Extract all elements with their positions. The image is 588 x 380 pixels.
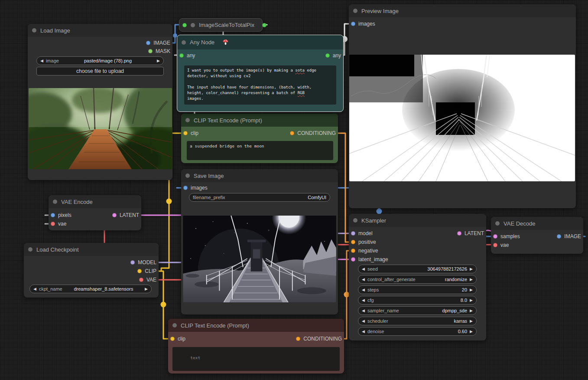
- collapse-dot-icon[interactable]: [53, 200, 57, 204]
- conditioning-slot-dot[interactable]: [351, 240, 355, 244]
- collapse-dot-icon[interactable]: [185, 118, 190, 122]
- node-preview-image[interactable]: Preview Image images: [349, 4, 576, 208]
- sampler-name-widget[interactable]: ◀ sampler_name dpmpp_sde ▶: [358, 306, 477, 315]
- mask-slot-dot[interactable]: [148, 49, 153, 53]
- collapse-dot-icon[interactable]: [172, 323, 177, 328]
- collapse-dot-icon[interactable]: [353, 9, 357, 13]
- prev-arrow-icon[interactable]: ◀: [33, 287, 36, 291]
- scheduler-widget[interactable]: ◀ scheduler karras ▶: [358, 317, 477, 325]
- clip-slot-dot[interactable]: [183, 131, 188, 135]
- next-arrow-icon[interactable]: ▶: [470, 298, 473, 302]
- output-slot-latent[interactable]: LATENT: [457, 230, 484, 236]
- image-slot-dot[interactable]: [183, 186, 188, 190]
- any-slot-dot[interactable]: [179, 53, 184, 58]
- next-arrow-icon[interactable]: ▶: [470, 319, 473, 323]
- vae-decode-titlebar[interactable]: VAE Decode: [491, 217, 583, 230]
- vae-slot-dot[interactable]: [139, 278, 143, 282]
- input-slot-vae[interactable]: vae: [51, 221, 66, 227]
- node-save-image[interactable]: Save Image images filename_prefix ComfyU…: [181, 169, 338, 314]
- node-any-node[interactable]: Any Node 🍄 any any I want you to output …: [177, 35, 344, 112]
- model-slot-dot[interactable]: [351, 231, 355, 236]
- collapsed-output-dot[interactable]: [262, 23, 266, 27]
- prev-arrow-icon[interactable]: ◀: [362, 298, 365, 302]
- prev-arrow-icon[interactable]: ◀: [40, 59, 43, 63]
- any-node-prompt-textarea[interactable]: I want you to output the image(s) by mak…: [184, 66, 336, 105]
- steps-widget[interactable]: ◀ steps 20 ▶: [358, 285, 477, 294]
- conditioning-slot-dot[interactable]: [290, 131, 294, 135]
- filename-prefix-widget[interactable]: filename_prefix ComfyUI: [189, 193, 330, 202]
- input-slot-clip[interactable]: clip: [183, 130, 198, 136]
- output-slot-image[interactable]: IMAGE: [146, 40, 170, 46]
- node-vae-decode[interactable]: VAE Decode samples vae IMAGE: [491, 217, 583, 254]
- conditioning-slot-dot[interactable]: [351, 249, 355, 253]
- control-after-generate-widget[interactable]: ◀ control_after_generate randomize ▶: [358, 275, 477, 284]
- output-slot-vae[interactable]: VAE: [139, 277, 156, 283]
- node-clip-text-encode-negative[interactable]: CLIP Text Encode (Prompt) clip CONDITION…: [168, 319, 344, 373]
- next-arrow-icon[interactable]: ▶: [145, 287, 148, 291]
- next-arrow-icon[interactable]: ▶: [157, 59, 160, 63]
- next-arrow-icon[interactable]: ▶: [470, 278, 473, 282]
- input-slot-images[interactable]: images: [183, 185, 208, 191]
- collapse-dot-icon[interactable]: [182, 40, 186, 45]
- latent-slot-dot[interactable]: [351, 257, 355, 262]
- next-arrow-icon[interactable]: ▶: [470, 309, 473, 313]
- node-image-scale-to-total-pix[interactable]: ImageScaleToTotalPix: [179, 18, 263, 32]
- conditioning-slot-dot[interactable]: [296, 337, 300, 341]
- seed-widget[interactable]: ◀ seed 306497882172626 ▶: [358, 265, 477, 273]
- input-slot-positive[interactable]: positive: [351, 239, 376, 245]
- collapse-dot-icon[interactable]: [495, 221, 500, 226]
- cfg-widget[interactable]: ◀ cfg 8.0 ▶: [358, 296, 477, 305]
- load-checkpoint-titlebar[interactable]: Load Checkpoint: [24, 243, 159, 256]
- collapsed-input-dot[interactable]: [182, 23, 187, 27]
- model-slot-dot[interactable]: [130, 260, 135, 265]
- preview-image-titlebar[interactable]: Preview Image: [349, 4, 576, 17]
- positive-prompt-textarea[interactable]: a suspended bridge on the moon: [187, 141, 333, 160]
- any-slot-dot[interactable]: [325, 53, 330, 58]
- next-arrow-icon[interactable]: ▶: [470, 267, 473, 271]
- latent-slot-dot[interactable]: [457, 231, 461, 236]
- denoise-widget[interactable]: ◀ denoise 0.60 ▶: [358, 327, 477, 336]
- input-slot-images[interactable]: images: [351, 21, 375, 27]
- output-slot-image[interactable]: IMAGE: [557, 233, 581, 239]
- node-ksampler[interactable]: KSampler model positive negative latent_…: [349, 214, 486, 341]
- prev-arrow-icon[interactable]: ◀: [362, 278, 365, 282]
- latent-slot-dot[interactable]: [112, 213, 117, 217]
- node-vae-encode[interactable]: VAE Encode pixels vae LATENT: [49, 195, 141, 230]
- input-slot-negative[interactable]: negative: [351, 248, 378, 254]
- input-slot-model[interactable]: model: [351, 230, 373, 236]
- prev-arrow-icon[interactable]: ◀: [362, 267, 365, 271]
- prev-arrow-icon[interactable]: ◀: [362, 288, 365, 292]
- node-load-image[interactable]: Load Image IMAGE MASK ◀ image pasted/ima…: [28, 24, 172, 180]
- ksampler-titlebar[interactable]: KSampler: [349, 214, 486, 227]
- next-arrow-icon[interactable]: ▶: [470, 288, 473, 292]
- image-slot-dot[interactable]: [351, 22, 355, 26]
- load-image-titlebar[interactable]: Load Image: [28, 24, 172, 37]
- vae-slot-dot[interactable]: [493, 243, 497, 247]
- clip-slot-dot[interactable]: [170, 337, 175, 341]
- collapse-dot-icon[interactable]: [353, 218, 357, 223]
- output-slot-mask[interactable]: MASK: [148, 48, 170, 54]
- next-arrow-icon[interactable]: ▶: [470, 330, 473, 334]
- node-graph-canvas[interactable]: Load Image IMAGE MASK ◀ image pasted/ima…: [0, 0, 588, 380]
- node-clip-text-encode-positive[interactable]: CLIP Text Encode (Prompt) clip CONDITION…: [181, 114, 338, 163]
- node-load-checkpoint[interactable]: Load Checkpoint MODEL CLIP VAE ◀ ckpt_na…: [24, 243, 159, 298]
- prev-arrow-icon[interactable]: ◀: [362, 319, 365, 323]
- output-slot-conditioning[interactable]: CONDITIONING: [296, 336, 342, 342]
- save-image-titlebar[interactable]: Save Image: [181, 169, 338, 182]
- input-slot-any[interactable]: any: [179, 52, 195, 59]
- input-slot-latent-image[interactable]: latent_image: [351, 256, 388, 262]
- input-slot-vae[interactable]: vae: [493, 242, 509, 248]
- input-slot-clip[interactable]: clip: [170, 336, 185, 342]
- collapse-dot-icon[interactable]: [28, 247, 32, 252]
- negative-prompt-textarea[interactable]: text: [172, 347, 340, 371]
- prev-arrow-icon[interactable]: ◀: [362, 330, 365, 334]
- vae-slot-dot[interactable]: [51, 222, 55, 226]
- prev-arrow-icon[interactable]: ◀: [362, 309, 365, 313]
- vae-encode-titlebar[interactable]: VAE Encode: [49, 195, 141, 208]
- image-slot-dot[interactable]: [146, 41, 150, 45]
- choose-file-button[interactable]: choose file to upload: [36, 67, 164, 75]
- image-slot-dot[interactable]: [51, 213, 55, 217]
- clip-slot-dot[interactable]: [137, 269, 142, 273]
- collapse-dot-icon[interactable]: [32, 28, 36, 33]
- clip-negative-titlebar[interactable]: CLIP Text Encode (Prompt): [168, 319, 344, 332]
